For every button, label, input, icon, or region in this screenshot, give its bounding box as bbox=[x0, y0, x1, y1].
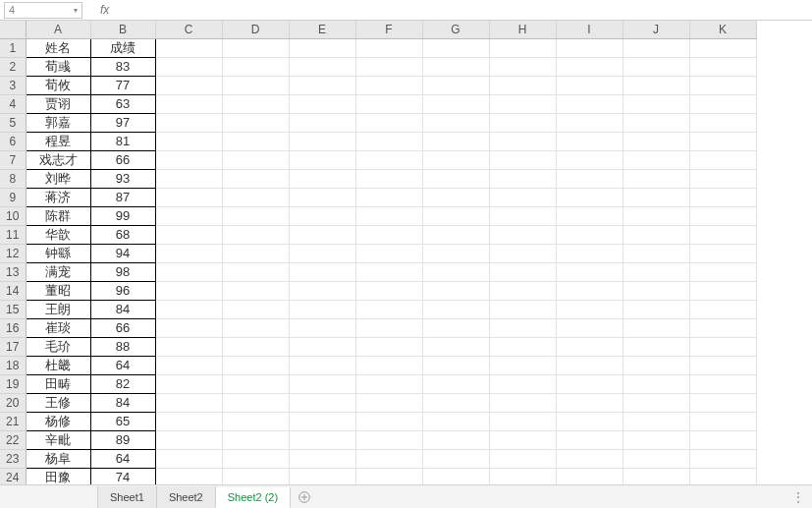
cell-C17[interactable] bbox=[155, 337, 222, 356]
grid-area[interactable]: ABCDEFGHIJK1姓名成绩2荀彧833荀攸774贾诩635郭嘉976程昱8… bbox=[0, 21, 812, 484]
cell-K19[interactable] bbox=[689, 374, 756, 393]
cell-B12[interactable]: 94 bbox=[90, 244, 155, 262]
cell-D9[interactable] bbox=[222, 188, 289, 206]
cell-E9[interactable] bbox=[289, 188, 355, 206]
cell-J18[interactable] bbox=[623, 356, 689, 374]
cell-H9[interactable] bbox=[489, 188, 556, 206]
cell-K11[interactable] bbox=[689, 225, 756, 244]
cell-H5[interactable] bbox=[489, 113, 556, 132]
cell-I22[interactable] bbox=[556, 430, 623, 449]
cell-K18[interactable] bbox=[689, 356, 756, 374]
cell-J23[interactable] bbox=[623, 449, 689, 468]
cell-B1[interactable]: 成绩 bbox=[90, 38, 155, 57]
cell-I21[interactable] bbox=[556, 412, 623, 430]
row-header[interactable]: 14 bbox=[0, 281, 26, 300]
cell-A14[interactable]: 董昭 bbox=[26, 281, 90, 300]
cell-C10[interactable] bbox=[155, 206, 222, 225]
cell-C13[interactable] bbox=[155, 262, 222, 281]
cell-J14[interactable] bbox=[623, 281, 689, 300]
cell-K12[interactable] bbox=[689, 244, 756, 262]
cell-D10[interactable] bbox=[222, 206, 289, 225]
cell-I8[interactable] bbox=[556, 169, 623, 188]
cell-J16[interactable] bbox=[623, 318, 689, 337]
cell-A20[interactable]: 王修 bbox=[26, 393, 90, 412]
cell-C2[interactable] bbox=[155, 57, 222, 76]
cell-C8[interactable] bbox=[155, 169, 222, 188]
cell-E24[interactable] bbox=[289, 468, 355, 484]
cell-H10[interactable] bbox=[489, 206, 556, 225]
cell-I4[interactable] bbox=[556, 94, 623, 113]
cell-D19[interactable] bbox=[222, 374, 289, 393]
cell-B18[interactable]: 64 bbox=[90, 356, 155, 374]
cell-J9[interactable] bbox=[623, 188, 689, 206]
cell-K23[interactable] bbox=[689, 449, 756, 468]
cell-D6[interactable] bbox=[222, 132, 289, 150]
cell-D21[interactable] bbox=[222, 412, 289, 430]
cell-G18[interactable] bbox=[422, 356, 489, 374]
cell-A3[interactable]: 荀攸 bbox=[26, 76, 90, 94]
cell-H14[interactable] bbox=[489, 281, 556, 300]
cell-F20[interactable] bbox=[355, 393, 422, 412]
cell-J8[interactable] bbox=[623, 169, 689, 188]
select-all-corner[interactable] bbox=[0, 21, 26, 38]
cell-J17[interactable] bbox=[623, 337, 689, 356]
cell-F2[interactable] bbox=[355, 57, 422, 76]
cell-F12[interactable] bbox=[355, 244, 422, 262]
cell-H11[interactable] bbox=[489, 225, 556, 244]
cell-H13[interactable] bbox=[489, 262, 556, 281]
cell-A11[interactable]: 华歆 bbox=[26, 225, 90, 244]
cell-D11[interactable] bbox=[222, 225, 289, 244]
cell-G22[interactable] bbox=[422, 430, 489, 449]
cell-C9[interactable] bbox=[155, 188, 222, 206]
cell-G23[interactable] bbox=[422, 449, 489, 468]
cell-B7[interactable]: 66 bbox=[90, 150, 155, 169]
column-header-J[interactable]: J bbox=[623, 21, 689, 38]
cell-H7[interactable] bbox=[489, 150, 556, 169]
cell-H19[interactable] bbox=[489, 374, 556, 393]
cell-I13[interactable] bbox=[556, 262, 623, 281]
tab-options-button[interactable]: ⋮ bbox=[790, 490, 806, 504]
cell-D5[interactable] bbox=[222, 113, 289, 132]
column-header-A[interactable]: A bbox=[26, 21, 90, 38]
cell-D13[interactable] bbox=[222, 262, 289, 281]
cell-I18[interactable] bbox=[556, 356, 623, 374]
cell-H21[interactable] bbox=[489, 412, 556, 430]
cell-A16[interactable]: 崔琰 bbox=[26, 318, 90, 337]
cell-G6[interactable] bbox=[422, 132, 489, 150]
cell-F3[interactable] bbox=[355, 76, 422, 94]
cell-F8[interactable] bbox=[355, 169, 422, 188]
cell-E19[interactable] bbox=[289, 374, 355, 393]
cell-H20[interactable] bbox=[489, 393, 556, 412]
row-header[interactable]: 8 bbox=[0, 169, 26, 188]
row-header[interactable]: 20 bbox=[0, 393, 26, 412]
cell-K10[interactable] bbox=[689, 206, 756, 225]
cell-I1[interactable] bbox=[556, 38, 623, 57]
cell-B2[interactable]: 83 bbox=[90, 57, 155, 76]
cell-I6[interactable] bbox=[556, 132, 623, 150]
cell-K1[interactable] bbox=[689, 38, 756, 57]
cell-C14[interactable] bbox=[155, 281, 222, 300]
cell-D24[interactable] bbox=[222, 468, 289, 484]
row-header[interactable]: 19 bbox=[0, 374, 26, 393]
cell-J13[interactable] bbox=[623, 262, 689, 281]
cell-D14[interactable] bbox=[222, 281, 289, 300]
cell-G3[interactable] bbox=[422, 76, 489, 94]
row-header[interactable]: 4 bbox=[0, 94, 26, 113]
cell-D2[interactable] bbox=[222, 57, 289, 76]
cell-A13[interactable]: 满宠 bbox=[26, 262, 90, 281]
cell-D7[interactable] bbox=[222, 150, 289, 169]
cell-I19[interactable] bbox=[556, 374, 623, 393]
row-header[interactable]: 1 bbox=[0, 38, 26, 57]
cell-B16[interactable]: 66 bbox=[90, 318, 155, 337]
cell-B20[interactable]: 84 bbox=[90, 393, 155, 412]
cell-G12[interactable] bbox=[422, 244, 489, 262]
cell-C6[interactable] bbox=[155, 132, 222, 150]
row-header[interactable]: 23 bbox=[0, 449, 26, 468]
cell-I10[interactable] bbox=[556, 206, 623, 225]
cell-B19[interactable]: 82 bbox=[90, 374, 155, 393]
row-header[interactable]: 3 bbox=[0, 76, 26, 94]
row-header[interactable]: 13 bbox=[0, 262, 26, 281]
cell-E7[interactable] bbox=[289, 150, 355, 169]
cell-E22[interactable] bbox=[289, 430, 355, 449]
cell-E21[interactable] bbox=[289, 412, 355, 430]
